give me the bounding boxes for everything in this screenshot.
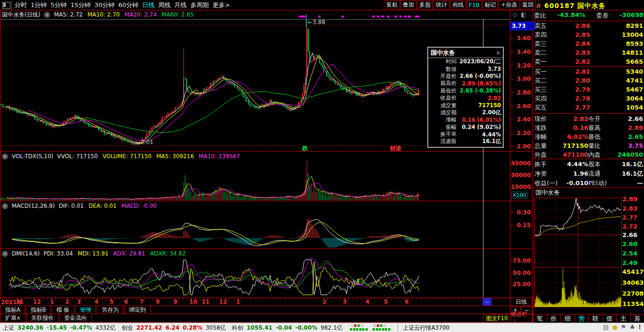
toolbar-button-+自选[interactable]: +自选 xyxy=(499,0,519,9)
period-tab-1分钟[interactable]: 1分钟 xyxy=(29,1,49,9)
toolbar-button-F10[interactable]: F10 xyxy=(466,0,482,9)
tooltip-value: 3.73 xyxy=(488,66,501,72)
window-layout-icon[interactable] xyxy=(2,2,10,9)
right-tab-联[interactable]: 联 xyxy=(588,315,602,323)
right-tab-势[interactable]: 势 xyxy=(575,315,589,323)
ask-label: 卖五 xyxy=(534,22,555,30)
tooltip-row: 流通股16.1亿 xyxy=(428,138,503,145)
alert-icon[interactable]: ! xyxy=(638,323,641,331)
toolbar-button-多股[interactable]: 多股 xyxy=(417,0,433,9)
financial-label: 换手 xyxy=(534,160,562,169)
mini-axis-label: 34063 xyxy=(622,279,643,286)
bid-row[interactable]: 买四2.783064 xyxy=(533,94,644,103)
bid-row[interactable]: 买五2.771054 xyxy=(533,103,644,112)
right-tab-筹[interactable]: 筹 xyxy=(630,315,644,323)
tab-指标B[interactable]: 指标B xyxy=(26,306,51,314)
quote-value: 2.66 xyxy=(615,115,643,122)
period-tab-30分钟[interactable]: 30分钟 xyxy=(93,1,117,9)
collapse-chevron-icon[interactable]: ∨ xyxy=(44,12,50,18)
period-tab-周线[interactable]: 周线 xyxy=(156,1,172,9)
ask-row[interactable]: 卖一2.825665 xyxy=(533,57,644,66)
index-pct: -0.47% xyxy=(70,324,93,331)
flag-icon[interactable]: ⚑ xyxy=(621,323,627,331)
index-quote-上证[interactable]: 上证3240.36-15.45-0.47%4332亿 xyxy=(3,324,119,332)
x-axis-label: 1 xyxy=(50,298,54,305)
period-tab-5分钟[interactable]: 5分钟 xyxy=(49,1,68,9)
graphic-f10-button[interactable]: 图文F10 xyxy=(483,314,510,323)
ask-volume: 14811 xyxy=(590,49,643,56)
index-quote-创业[interactable]: 创业2271.426.240.28%3058亿 xyxy=(122,324,229,332)
period-tab-更多>[interactable]: 更多> xyxy=(211,1,232,9)
right-tab-主[interactable]: 主 xyxy=(616,315,630,323)
tab-管理[interactable]: 管理 xyxy=(75,306,96,314)
period-tab-日线[interactable]: 日线 xyxy=(140,1,156,9)
right-tab-值[interactable]: 值 xyxy=(602,315,617,323)
ask-row[interactable]: 卖四2.8513004 xyxy=(533,30,644,39)
tree-icon[interactable]: ♣ xyxy=(629,323,635,331)
right-tab-价[interactable]: 价 xyxy=(547,315,561,323)
right-tab-笔[interactable]: 笔 xyxy=(533,315,547,323)
toolbar-button-统计[interactable]: 统计 xyxy=(433,0,449,9)
stock-name: 国中水务 xyxy=(577,2,606,9)
chart-corner-icons[interactable]: ◇◧ xyxy=(513,11,530,18)
ask-volume: 13004 xyxy=(590,31,643,38)
tooltip-row: 时间2023/06/20/二 xyxy=(428,58,503,65)
tab-关联报价[interactable]: 关联报价 xyxy=(26,314,59,322)
toolbar-button-标记[interactable]: 标记 xyxy=(482,0,498,9)
index-value: 1055.41 xyxy=(246,324,272,331)
tab-指标A[interactable]: 指标A xyxy=(0,306,25,314)
close-icon[interactable]: × xyxy=(496,50,500,56)
bid-price: 2.79 xyxy=(555,86,590,93)
tooltip-value: 16.1亿 xyxy=(482,138,501,145)
tab-模 板[interactable]: 模 板 xyxy=(51,306,74,314)
sidebar-toggle-button[interactable]: 侧边栏《 xyxy=(510,314,533,323)
index-pct: -0.00% xyxy=(295,324,317,331)
bid-volume: 5467 xyxy=(590,86,643,93)
ask-row[interactable]: 卖二2.8314811 xyxy=(533,48,644,57)
tab-扩展∧[interactable]: 扩展∧ xyxy=(0,314,25,322)
status-icons: ▤ ● ⚑ ♣ ! xyxy=(603,323,641,331)
index-name: 创业 xyxy=(122,324,133,332)
toolbar-button-复权[interactable]: 复权 xyxy=(384,0,400,9)
tab-另存为[interactable]: 另存为 xyxy=(97,306,123,314)
x-axis-label: 4 xyxy=(365,298,369,305)
extension-tabs-row: 扩展∧关联报价资金流向 xyxy=(0,314,93,322)
period-tab-60分钟[interactable]: 60分钟 xyxy=(117,1,141,9)
quote-label: 最低 xyxy=(588,133,615,141)
collapse-chevron-icon[interactable]: ∨ xyxy=(2,203,8,209)
toolbar-button-画线[interactable]: 画线 xyxy=(450,0,466,9)
toolbar-button-叠加[interactable]: 叠加 xyxy=(400,0,416,9)
bid-row[interactable]: 买三2.795467 xyxy=(533,85,644,94)
bid-volume: 4741 xyxy=(590,77,643,84)
axis-tick xyxy=(510,213,513,213)
tooltip-row: 成交量717150 xyxy=(428,102,503,109)
pane-separator xyxy=(0,248,533,249)
axis-tick xyxy=(510,119,513,120)
collapse-chevron-icon[interactable]: ∨ xyxy=(2,153,8,160)
bid-row[interactable]: 买二2.804741 xyxy=(533,76,644,85)
index-quote-科创[interactable]: 科创1055.41-0.04-0.00%982.1亿 xyxy=(232,324,346,332)
bid-row[interactable]: 买一2.815340 xyxy=(533,67,644,76)
tooltip-label: 振幅 xyxy=(430,124,457,131)
coin-icon[interactable]: ● xyxy=(612,323,617,331)
tab-资金流向[interactable]: 资金流向 xyxy=(59,314,92,322)
ask-row[interactable]: 卖三2.848593 xyxy=(533,39,644,48)
tooltip-rows: 时间2023/06/20/二数值3.73开盘价2.66 (-0.00%)最高价2… xyxy=(428,58,503,145)
period-tab-15分钟[interactable]: 15分钟 xyxy=(69,1,93,9)
x-axis-label: 4 xyxy=(94,298,98,305)
indicator-value: DIF: 0.01 xyxy=(59,203,84,209)
collapse-chevron-icon[interactable]: ∨ xyxy=(2,251,8,257)
x-axis-label: 6 xyxy=(405,298,408,305)
document-icon[interactable]: ▤ xyxy=(603,323,609,331)
toolbar-button-返回[interactable]: 返回 xyxy=(520,0,536,9)
tooltip-value: 4.44% xyxy=(482,131,501,138)
period-tab-多周期[interactable]: 多周期 xyxy=(188,1,211,9)
period-tab-分时[interactable]: 分时 xyxy=(13,1,29,9)
crosshair-horizontal xyxy=(0,25,510,26)
mini-axis-label: 11354 xyxy=(622,300,643,307)
period-tag[interactable]: 日线 xyxy=(510,298,533,306)
tab-绑定到[interactable]: 绑定到 xyxy=(124,306,151,314)
right-tab-细[interactable]: 细 xyxy=(560,315,575,323)
period-tab-月线[interactable]: 月线 xyxy=(172,1,188,9)
ask-row[interactable]: 卖五2.868291 xyxy=(533,21,644,30)
